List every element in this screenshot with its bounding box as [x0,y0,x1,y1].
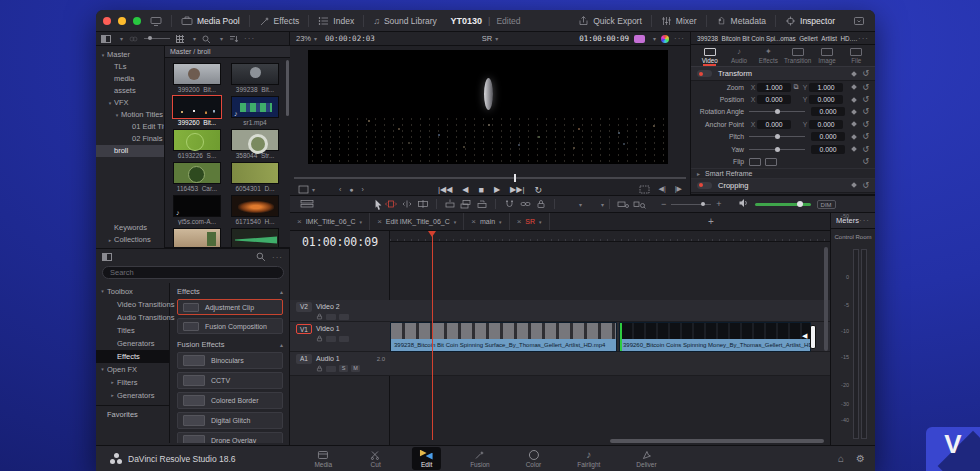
reset-icon[interactable]: ↺ [862,69,869,78]
media-clip[interactable]: 6054301_D... [229,162,281,192]
pitch-input[interactable]: 0.000 [811,132,845,141]
trim-cursor[interactable] [810,325,816,349]
anchor-x-input[interactable]: 0.000 [757,120,791,129]
dim-button[interactable]: DIM [817,200,836,209]
scrollbar[interactable] [286,60,289,116]
timeline-playhead[interactable] [432,231,433,440]
zoom-y-input[interactable]: 1.000 [809,83,843,92]
timeline-vertical-scrollbar[interactable] [824,247,828,351]
bin-tree-item[interactable]: media [96,73,164,85]
viewer-mode-select[interactable]: SR▾ [482,34,498,43]
layout-preset-button[interactable] [844,10,875,31]
sound-library-button[interactable]: ♫ Sound Library [364,10,446,31]
effect-item[interactable]: Adjustment Clip [177,299,283,315]
thumbnail-size-slider[interactable] [144,38,170,39]
reset-icon[interactable]: ↺ [862,107,869,116]
mixer-button[interactable]: Mixer [652,10,706,31]
disable-track-icon[interactable] [339,314,349,320]
go-to-start-button[interactable]: |◀◀ [438,185,452,194]
effects-category-item[interactable]: Toolbox [96,285,169,298]
media-clip[interactable]: 358044_Str... [229,129,281,159]
search-icon[interactable] [256,252,266,263]
yaw-input[interactable]: 0.000 [811,145,845,154]
safe-area-icon[interactable] [298,185,309,194]
jog-control[interactable]: ‹ ● › [339,186,367,193]
effect-item[interactable]: Binoculars [177,352,283,369]
auto-select-icon[interactable] [326,314,336,320]
effects-category-item[interactable]: Filters [96,376,169,389]
reset-icon[interactable]: ↺ [862,95,869,104]
reset-icon[interactable]: ↺ [862,145,869,154]
bin-tree-item[interactable]: 01 Edit Titles [96,121,164,133]
insert-clip-button[interactable] [442,199,458,210]
effects-search-input[interactable] [102,266,284,279]
bin-tree-item[interactable]: Motion Titles [96,109,164,121]
zoom-detail-icon[interactable] [631,199,647,209]
rotation-slider[interactable] [749,111,805,112]
lock-icon[interactable] [316,313,323,320]
solo-button[interactable]: S [339,365,348,372]
page-fusion[interactable]: Fusion [463,447,497,470]
scrub-playhead[interactable] [514,174,516,182]
flip-vertical-button[interactable] [765,158,777,166]
effects-category-item[interactable]: Open FX [96,363,169,376]
effect-item[interactable]: Colored Border [177,392,283,409]
go-to-end-button[interactable]: ▶▶| [510,185,524,194]
flip-horizontal-button[interactable] [749,158,761,166]
dynamic-trim-tool[interactable] [399,199,415,210]
media-clip[interactable]: 399260_Bit... [171,96,223,126]
effect-item[interactable]: Fusion Composition [177,318,283,334]
snapping-magnet-icon[interactable] [501,199,517,210]
track-lane-v1[interactable]: 399238_Bitcoin Bit Coin Spinning Surface… [390,322,830,352]
page-media[interactable]: Media [307,447,339,470]
loop-button[interactable]: ↻ [534,185,542,195]
media-pool-button[interactable]: Media Pool [172,10,249,31]
disable-track-icon[interactable] [339,336,349,342]
effects-category-item[interactable]: Favorites [96,405,169,421]
media-clip[interactable]: yt5s.com-A... [171,195,223,225]
media-clip[interactable]: 6193226_S... [171,129,223,159]
keyframe-icon[interactable] [851,97,857,103]
fusion-effects-section-header[interactable]: Fusion Effects▴ [177,338,283,352]
effects-category-item[interactable]: Generators [96,389,169,402]
tab-audio[interactable]: ♪Audio [724,45,753,66]
close-icon[interactable]: × [297,217,302,226]
mute-button[interactable]: M [351,365,360,372]
track-header-v1[interactable]: V1 Video 1 [290,322,390,352]
effect-item[interactable]: Digital Glitch [177,412,283,429]
tab-video[interactable]: Video [695,45,724,66]
tab-image[interactable]: Image [812,45,841,66]
bin-tree-item[interactable]: TLs [96,61,164,73]
metadata-button[interactable]: Metadata [707,10,775,31]
bin-tree-item[interactable]: 02 Finals [96,133,164,145]
color-wheel-icon[interactable] [661,35,669,43]
anchor-y-input[interactable]: 0.000 [809,120,843,129]
track-id[interactable]: V1 [296,324,312,334]
effects-category-item[interactable]: Effects [96,350,169,363]
smart-bin-item[interactable]: Keywords [96,222,164,234]
tab-file[interactable]: File [842,45,871,66]
mark-in-icon[interactable]: ◀| [659,185,666,193]
step-back-button[interactable]: ◀ [462,185,468,194]
close-window-button[interactable] [103,17,111,25]
track-id[interactable]: V2 [296,302,312,312]
add-timeline-icon[interactable]: + [708,216,714,227]
timeline-zoom-slider[interactable] [671,204,711,205]
panel-toggle-icon[interactable] [102,253,112,261]
timeline-horizontal-scrollbar[interactable] [610,439,824,443]
replace-clip-button[interactable] [474,199,490,210]
video-frame[interactable] [308,50,668,164]
dual-screen-icon[interactable] [141,10,171,31]
grid-view-icon[interactable] [176,35,184,43]
transform-enable-toggle[interactable] [697,70,712,77]
overwrite-clip-button[interactable] [458,199,474,210]
keyframe-icon[interactable] [851,109,857,115]
reset-icon[interactable]: ↺ [862,132,869,141]
timeline-clip-icon[interactable] [634,35,645,43]
auto-select-icon[interactable] [326,336,336,342]
position-lock-icon[interactable] [533,199,549,210]
timeline-tab[interactable]: × main ▾ [464,213,509,230]
mark-out-icon[interactable]: |▶ [675,185,682,193]
track-header-v2[interactable]: V2 Video 2 [290,300,390,322]
selection-tool[interactable] [374,199,383,210]
